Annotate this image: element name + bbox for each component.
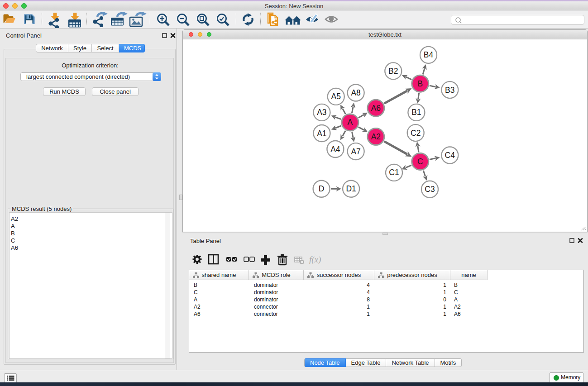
svg-text:D: D [319,184,325,193]
svg-text:A2: A2 [371,132,381,141]
svg-text:A3: A3 [317,108,326,117]
svg-text:A6: A6 [371,104,381,113]
svg-text:B4: B4 [424,50,434,59]
svg-text:C1: C1 [389,168,399,177]
svg-text:C: C [417,157,423,166]
svg-text:A: A [348,118,353,127]
svg-text:B: B [417,79,423,88]
svg-text:B1: B1 [411,108,421,117]
svg-text:A4: A4 [330,145,340,154]
svg-text:C3: C3 [425,185,435,194]
svg-text:C4: C4 [445,151,455,160]
svg-text:A1: A1 [317,129,326,138]
svg-text:A8: A8 [351,88,360,97]
svg-text:f(x): f(x) [309,255,321,265]
svg-text:B3: B3 [445,86,454,95]
svg-text:B2: B2 [388,67,398,76]
svg-text:C2: C2 [411,129,421,138]
svg-text:D1: D1 [346,184,356,193]
svg-text:A7: A7 [351,147,360,156]
svg-text:A5: A5 [331,92,340,101]
